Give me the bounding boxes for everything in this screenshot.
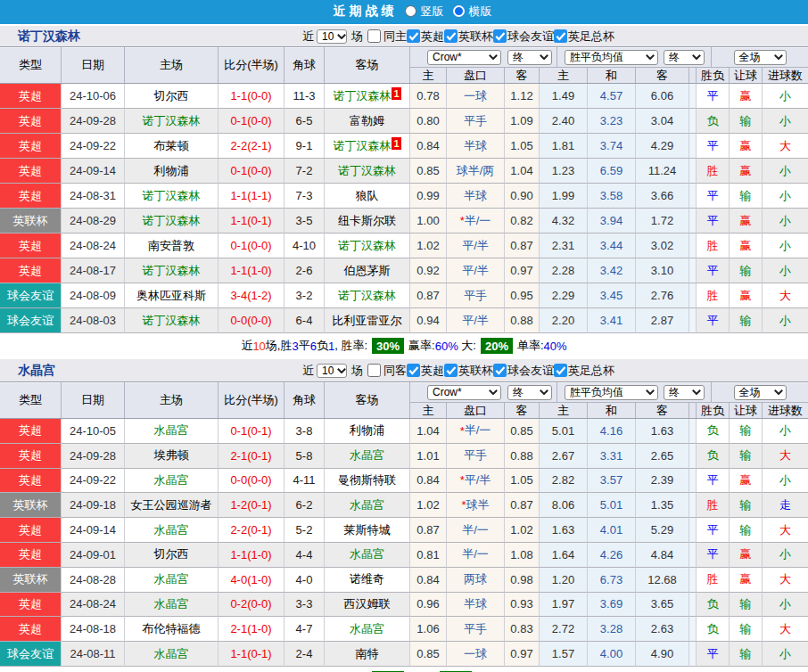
- odds-company-select-value: Crow*: [433, 51, 462, 63]
- odds-time-select[interactable]: 终: [507, 385, 552, 400]
- same-venue-checkbox[interactable]: [367, 364, 381, 377]
- column-header-spacer: [689, 403, 697, 418]
- league-checkbox-label[interactable]: 球会友谊: [507, 29, 554, 45]
- league-filter-1: 英超: [407, 363, 444, 379]
- cell-result: 负: [697, 109, 730, 134]
- avg-type-select[interactable]: 胜平负均值: [565, 385, 658, 400]
- avg-type-select[interactable]: 胜平负均值: [565, 50, 658, 65]
- cell-home-team: 埃弗顿: [125, 444, 218, 469]
- cell-odds-away: 1.12: [505, 84, 540, 109]
- summary-segment: 大:: [458, 338, 476, 354]
- cell-avg-draw: 4.01: [588, 518, 636, 543]
- match-row: 球会友谊24-08-11水晶宫1-1(0-1)2-4南特0.85一球0.971.…: [0, 642, 808, 667]
- league-checkbox-label[interactable]: 球会友谊: [507, 363, 554, 379]
- same-venue-label[interactable]: 同主: [383, 29, 407, 45]
- league-checkbox-label[interactable]: 英超: [421, 363, 444, 379]
- match-filters: 近10场同客英超英联杯球会友谊英足总杯: [302, 359, 614, 381]
- column-header-corners: 角球: [284, 47, 325, 83]
- cell-spacer: [689, 593, 697, 618]
- league-checkbox-4[interactable]: [554, 29, 567, 43]
- cell-odds-home: 1.00: [410, 209, 447, 234]
- cell-date: 24-08-28: [62, 568, 125, 593]
- cell-avg-draw: 3.45: [588, 283, 636, 308]
- league-checkbox-label[interactable]: 英超: [421, 29, 444, 45]
- check-icon: [408, 366, 419, 375]
- cell-odds-away: 0.88: [505, 444, 540, 469]
- league-checkbox-label[interactable]: 英联杯: [458, 29, 493, 45]
- cell-odds-away: 1.02: [505, 518, 540, 543]
- cell-goals-result: 小: [763, 159, 808, 184]
- cell-odds-away: 0.87: [505, 493, 540, 518]
- radio-horizontal-layout[interactable]: [453, 5, 465, 17]
- cell-avg-home: 1.57: [540, 642, 588, 667]
- cell-score: 1-1(0-0): [218, 84, 284, 109]
- cell-date: 24-08-24: [62, 234, 125, 258]
- column-header-avg-draw: 和: [588, 403, 636, 418]
- odds-company-select[interactable]: Crow*: [427, 50, 501, 65]
- cell-corners: 7-3: [284, 184, 325, 209]
- odds-select-cell: Crow*终: [410, 382, 557, 402]
- summary-row: 近10场,胜2平4负4, 胜率:20%赢率:30%大:40% 单率:40%: [0, 667, 808, 672]
- cell-date: 24-08-18: [62, 617, 125, 642]
- cell-away-team: 诺丁汉森林: [325, 159, 410, 184]
- cell-handicap-result: 赢: [730, 283, 763, 308]
- cell-handicap-result: 输: [730, 617, 763, 642]
- scope-select-value: 全场: [739, 385, 761, 400]
- avg-time-select[interactable]: 终: [664, 385, 705, 400]
- summary-segment: 40%: [544, 340, 567, 353]
- league-checkbox-label[interactable]: 英足总杯: [568, 29, 614, 45]
- cell-handicap: 半球: [447, 184, 505, 209]
- cell-avg-home: 1.99: [540, 184, 588, 209]
- cell-handicap: 一球: [447, 84, 505, 109]
- cell-handicap: *半/一: [447, 419, 505, 444]
- cell-score: 4-0(1-0): [218, 568, 284, 593]
- cell-odds-away: 0.83: [505, 617, 540, 642]
- odds-time-select[interactable]: 终: [507, 50, 552, 65]
- league-checkbox-label[interactable]: 英足总杯: [568, 363, 614, 379]
- odds-time-select-value: 终: [513, 50, 524, 65]
- cell-corners: 6-5: [284, 109, 325, 134]
- league-checkbox-3[interactable]: [493, 29, 507, 43]
- cell-home-team: 水晶宫: [125, 469, 218, 494]
- cell-date: 24-09-14: [62, 518, 125, 543]
- cell-avg-away: 2.76: [636, 283, 689, 308]
- avg-select-cell: 胜平负均值终: [557, 47, 712, 67]
- cell-league: 英超: [0, 543, 62, 568]
- cell-corners: 4-4: [284, 543, 325, 568]
- league-checkbox-2[interactable]: [444, 364, 458, 377]
- cell-avg-home: 2.31: [540, 234, 588, 258]
- cell-goals-result: 大: [763, 617, 808, 642]
- league-checkbox-1[interactable]: [407, 29, 420, 43]
- league-checkbox-2[interactable]: [444, 29, 458, 43]
- scope-select[interactable]: 全场: [734, 385, 787, 400]
- cell-handicap-result: 赢: [730, 469, 763, 494]
- cell-odds-home: 0.78: [410, 84, 447, 109]
- cell-avg-away: 11.24: [636, 159, 689, 184]
- league-checkbox-1[interactable]: [407, 364, 420, 377]
- cell-handicap: 半/一: [447, 543, 505, 568]
- cell-avg-home: 4.32: [540, 209, 588, 234]
- radio-vertical-label[interactable]: 竖版: [421, 4, 444, 20]
- league-filter-1: 英超: [407, 29, 444, 45]
- radio-vertical-layout[interactable]: [405, 5, 416, 17]
- check-icon: [495, 32, 506, 41]
- avg-select-cell: 胜平负均值终: [557, 382, 712, 402]
- league-checkbox-4[interactable]: [554, 364, 567, 377]
- odds-company-select[interactable]: Crow*: [427, 385, 501, 400]
- column-header-odds-home: 主: [410, 403, 447, 418]
- games-count-select[interactable]: 10: [317, 29, 347, 44]
- cell-spacer: [689, 568, 697, 593]
- same-venue-checkbox[interactable]: [367, 29, 381, 43]
- scope-select[interactable]: 全场: [734, 50, 787, 65]
- league-checkbox-label[interactable]: 英联杯: [458, 363, 493, 379]
- cell-avg-draw: 3.94: [588, 209, 636, 234]
- column-header-score: 比分(半场): [218, 47, 284, 83]
- avg-time-select[interactable]: 终: [664, 50, 705, 65]
- table-header: 类型日期主场比分(半场)角球客场Crow*终胜平负均值终全场主盘口客主和客胜负让…: [0, 46, 808, 84]
- cell-goals-result: 小: [763, 209, 808, 234]
- games-count-select[interactable]: 10: [317, 364, 347, 378]
- radio-horizontal-label[interactable]: 横版: [469, 4, 492, 20]
- cell-spacer: [689, 543, 697, 568]
- same-venue-label[interactable]: 同客: [383, 363, 407, 379]
- league-checkbox-3[interactable]: [493, 364, 507, 377]
